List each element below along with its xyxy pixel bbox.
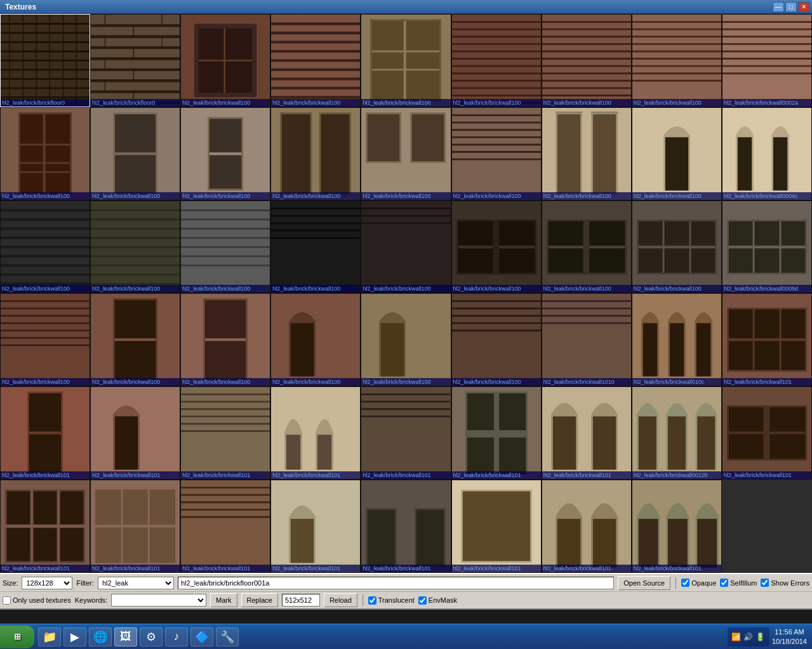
texture-label: hl2_leak/brick/brickwall1010 xyxy=(542,378,631,386)
texture-cell[interactable]: hl2_leak/brick/brickwall0002a xyxy=(722,14,812,107)
texture-cell[interactable]: hl2_leak/brick/brickwall100 xyxy=(361,293,451,386)
showerrors-label: Show Errors xyxy=(771,579,809,587)
texture-label: hl2_leak/brick/brickwall100 xyxy=(1,285,90,292)
close-button[interactable]: ✕ xyxy=(798,2,809,12)
texture-cell[interactable]: hl2_leak/brick/brickwall100 xyxy=(361,14,451,107)
showerrors-checkbox-group[interactable]: Show Errors xyxy=(761,579,809,587)
texture-cell[interactable]: hl2_leak/brick/brickwall0008d xyxy=(722,200,812,294)
texture-cell[interactable]: 8 hl2_leak/brick/brickwall100 xyxy=(361,107,451,200)
texture-cell[interactable]: hl2_leak/brick/brickwall100 xyxy=(180,107,270,200)
texture-cell[interactable]: hl2_leak/brick/brickwall101 xyxy=(0,480,90,573)
texture-cell[interactable]: hl2_leak/brick/brickwall0004c xyxy=(722,107,812,200)
taskbar-icon-audio[interactable]: ♪ xyxy=(165,627,188,646)
replace-button[interactable]: Replace xyxy=(241,593,278,607)
texture-cell[interactable]: hl2_leak/brick/brickwall100 xyxy=(451,200,542,294)
texture-label: hl2_leak/brick/brickwall0002a xyxy=(722,99,811,107)
texture-cell[interactable]: hl2_leak/brick/brickwall100 xyxy=(451,293,542,386)
keywords-select[interactable] xyxy=(111,594,206,606)
texture-cell[interactable]: hl2_leak/brick/brickwall101 xyxy=(90,480,180,573)
texture-cell[interactable]: hl2_leak/brick/brickwall100 xyxy=(180,293,270,386)
texture-cell[interactable]: hl2_leak/brick/brickwall010c xyxy=(632,293,722,386)
only-used-checkbox-group[interactable]: Only used textures xyxy=(3,596,71,605)
selfillum-checkbox-group[interactable]: SelfIllum xyxy=(720,579,757,587)
svg-rect-295 xyxy=(7,528,30,561)
texture-cell[interactable]: hl2_leak/brick/brickwall100 xyxy=(632,107,722,200)
texture-cell[interactable]: hl2_leak/brick/brickwall101 xyxy=(632,480,722,573)
minimize-button[interactable]: — xyxy=(773,2,784,12)
texture-cell[interactable]: hl2_leak/brick/brickwall100 xyxy=(270,200,361,294)
svg-rect-325 xyxy=(697,519,717,568)
taskbar-icon-tool1[interactable]: 🔷 xyxy=(190,627,213,646)
texture-cell[interactable]: hl2_leak/brick/brickwall101 xyxy=(0,386,90,480)
texture-cell[interactable]: hl2_leak/brick/brickwall100 xyxy=(270,293,361,386)
open-source-button[interactable]: Open Source xyxy=(618,576,670,590)
texture-cell[interactable]: hl2_leak/brick/brickwall101 xyxy=(542,386,632,480)
only-used-checkbox[interactable] xyxy=(3,596,11,605)
mark-button[interactable]: Mark xyxy=(210,593,237,607)
filter-select[interactable]: hl2_leak xyxy=(98,577,174,589)
texture-cell[interactable]: hl2_leak/brick/brickwall101 xyxy=(361,386,451,480)
selfillum-checkbox[interactable] xyxy=(720,579,728,587)
texture-cell[interactable]: hl2_leak/brick/brickwall101 xyxy=(180,386,270,480)
texture-cell[interactable]: hl2_leak/brick/brickwall101 xyxy=(90,386,180,480)
texture-cell[interactable]: hl2_leak/brick/brickwall100 xyxy=(90,200,180,294)
svg-rect-273 xyxy=(499,438,526,475)
size-select[interactable]: 128x128 64x64 256x256 512x512 xyxy=(22,577,72,589)
envmask-checkbox-group[interactable]: EnvMask xyxy=(418,596,457,605)
texture-cell[interactable]: hl2_leak/brick/brickfloor0 xyxy=(90,14,180,107)
texture-cell[interactable]: hl2_leak/brick/brickwall100 xyxy=(542,107,632,200)
texture-cell[interactable]: hl2_leak/brick/brickwall100 xyxy=(542,14,632,107)
taskbar: ⊞ 📁 ▶ 🌐 🖼 ⚙ ♪ 🔷 🔧 📶 🔊 🔋 11:56 AM 10/18/2… xyxy=(0,624,812,649)
texture-cell[interactable]: hl2_leak/brick/brickwall101 xyxy=(451,480,542,573)
texture-cell[interactable]: hl2_leak/brick/brickwall100 xyxy=(0,107,90,200)
keywords-label: Keywords: xyxy=(75,596,107,604)
texture-cell[interactable]: hl2_leak/brick/brickwall100 xyxy=(270,14,361,107)
texture-cell[interactable]: hl2_leak/brick/brickwall100 xyxy=(451,14,542,107)
texture-cell[interactable]: hl2_leak/brick/brickwall100 xyxy=(90,293,180,386)
opaque-checkbox[interactable] xyxy=(681,579,689,587)
envmask-checkbox[interactable] xyxy=(418,596,427,605)
start-button[interactable]: ⊞ xyxy=(0,626,34,648)
taskbar-icon-tool2[interactable]: 🔧 xyxy=(216,627,239,646)
texture-cell[interactable]: hl2_leak/brick/brickwall101 xyxy=(722,386,812,480)
taskbar-icon-browser[interactable]: 🌐 xyxy=(89,627,112,646)
texture-cell[interactable]: hl2_leak/brick/brickwall101 xyxy=(451,386,542,480)
texture-cell[interactable]: hl2_leak/brick/brickwall100 xyxy=(632,200,722,294)
texture-cell[interactable]: hl2_leak/brick/brickwall100 xyxy=(180,14,270,107)
envmask-label: EnvMask xyxy=(429,596,457,604)
opaque-checkbox-group[interactable]: Opaque xyxy=(681,579,716,587)
taskbar-icon-textures[interactable]: 🖼 xyxy=(114,627,137,646)
texture-cell[interactable]: hl2_leak/brick/brickwall100 xyxy=(632,14,722,107)
taskbar-icon-steam[interactable]: ⚙ xyxy=(140,627,163,646)
texture-cell[interactable]: hl2_leak/brick/brickwall100 xyxy=(361,200,451,294)
texture-cell[interactable]: hl2_leak/brick/brickwall101 xyxy=(270,480,361,573)
svg-rect-296 xyxy=(34,528,57,561)
texture-cell[interactable]: hl2_leak/brick/brickwall100 xyxy=(0,293,90,386)
translucent-checkbox[interactable] xyxy=(368,596,376,605)
texture-cell[interactable]: hl2_leak/brick/brickwall101 xyxy=(542,480,632,573)
texture-cell[interactable]: hl2_leak/brick/brickwall101 xyxy=(361,480,451,573)
texture-cell[interactable]: hl2_leak/brick/brickwall0012b xyxy=(632,386,722,480)
texture-cell[interactable]: hl2_leak/brick/brickwall1010 xyxy=(542,293,632,386)
texture-label: hl2_leak/brick/brickwall100 xyxy=(361,99,450,107)
window-controls[interactable]: — □ ✕ xyxy=(773,2,809,12)
texture-cell[interactable]: hl2_leak/brick/brickwall101 xyxy=(180,480,270,573)
texture-cell[interactable]: hl2_leak/brick/brickfloor0 xyxy=(0,14,90,107)
texture-label: hl2_leak/brick/brickwall101 xyxy=(91,565,180,572)
maximize-button[interactable]: □ xyxy=(785,2,797,12)
texture-cell[interactable]: hl2_leak/brick/brickwall100 xyxy=(542,200,632,294)
showerrors-checkbox[interactable] xyxy=(761,579,769,587)
texture-cell[interactable]: hl2_leak/brick/brickwall100 xyxy=(180,200,270,294)
reload-button[interactable]: Reload xyxy=(324,593,357,607)
taskbar-icon-explorer[interactable]: 📁 xyxy=(38,627,61,646)
svg-rect-252 xyxy=(115,417,138,470)
texture-cell[interactable]: hl2_leak/brick/brickwall101 xyxy=(722,293,812,386)
texture-label: hl2_leak/brick/brickwall0008d xyxy=(722,285,811,292)
texture-cell[interactable]: hl2_leak/brick/brickwall100 xyxy=(451,107,542,200)
translucent-checkbox-group[interactable]: Translucent xyxy=(368,596,415,605)
texture-cell[interactable]: hl2_leak/brick/brickwall101 xyxy=(270,386,361,480)
texture-cell[interactable]: hl2_leak/brick/brickwall100 xyxy=(90,107,180,200)
texture-cell[interactable]: hl2_leak/brick/brickwall100 xyxy=(270,107,361,200)
texture-cell[interactable]: hl2_leak/brick/brickwall100 xyxy=(0,200,90,294)
taskbar-icon-media[interactable]: ▶ xyxy=(63,627,86,646)
